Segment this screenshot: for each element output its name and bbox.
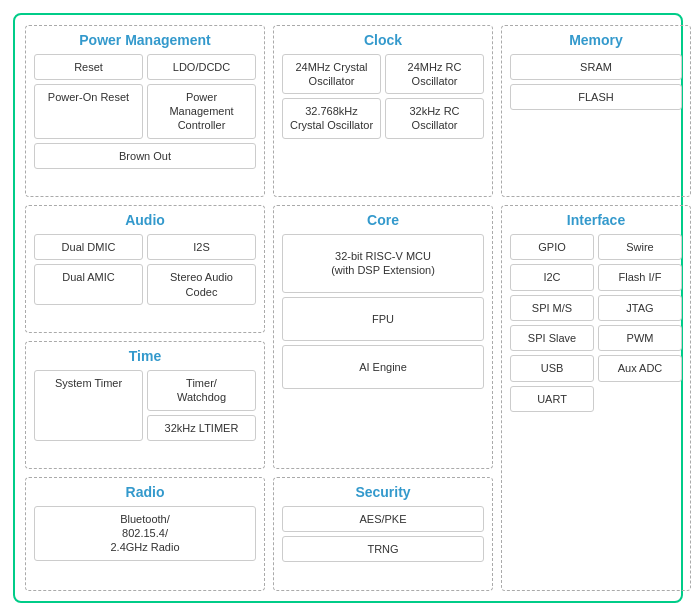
cell-empty-interface bbox=[598, 386, 682, 412]
time-section: Time Timer/Watchdog System Timer 32kHz L… bbox=[25, 341, 265, 469]
cell-sram: SRAM bbox=[510, 54, 682, 80]
clock-section: Clock 24MHz Crystal Oscillator 24MHz RC … bbox=[273, 25, 493, 198]
radio-title: Radio bbox=[34, 484, 256, 500]
cell-fpu: FPU bbox=[282, 297, 484, 341]
power-management-grid: Reset LDO/DCDC Power-On Reset Power Mana… bbox=[34, 54, 256, 169]
cell-reset: Reset bbox=[34, 54, 143, 80]
time-grid: Timer/Watchdog System Timer 32kHz LTIMER bbox=[34, 370, 256, 441]
cell-brown-out: Brown Out bbox=[34, 143, 256, 169]
cell-32khz-crystal: 32.768kHz Crystal Oscillator bbox=[282, 98, 381, 139]
cell-stereo-audio: Stereo Audio Codec bbox=[147, 264, 256, 305]
cell-riscv-mcu: 32-bit RISC-V MCU(with DSP Extension) bbox=[282, 234, 484, 293]
audio-title: Audio bbox=[34, 212, 256, 228]
cell-jtag: JTAG bbox=[598, 295, 682, 321]
cell-i2c: I2C bbox=[510, 264, 594, 290]
cell-24mhz-crystal: 24MHz Crystal Oscillator bbox=[282, 54, 381, 95]
cell-aux-adc: Aux ADC bbox=[598, 355, 682, 381]
clock-grid: 24MHz Crystal Oscillator 24MHz RC Oscill… bbox=[282, 54, 484, 139]
cell-timer-watchdog: Timer/Watchdog bbox=[147, 370, 256, 411]
cell-32khz-rc: 32kHz RC Oscillator bbox=[385, 98, 484, 139]
cell-uart: UART bbox=[510, 386, 594, 412]
memory-section: Memory SRAM FLASH bbox=[501, 25, 691, 198]
cell-i2s: I2S bbox=[147, 234, 256, 260]
core-section: Core 32-bit RISC-V MCU(with DSP Extensio… bbox=[273, 205, 493, 469]
interface-title: Interface bbox=[510, 212, 682, 228]
security-title: Security bbox=[282, 484, 484, 500]
security-section: Security AES/PKE TRNG bbox=[273, 477, 493, 591]
clock-title: Clock bbox=[282, 32, 484, 48]
core-title: Core bbox=[282, 212, 484, 228]
cell-flash-if: Flash I/F bbox=[598, 264, 682, 290]
cell-dual-amic: Dual AMIC bbox=[34, 264, 143, 305]
audio-section: Audio Dual DMIC I2S Dual AMIC Stereo Aud… bbox=[25, 205, 265, 333]
cell-gpio: GPIO bbox=[510, 234, 594, 260]
cell-24mhz-rc: 24MHz RC Oscillator bbox=[385, 54, 484, 95]
cell-flash: FLASH bbox=[510, 84, 682, 110]
core-grid: 32-bit RISC-V MCU(with DSP Extension) FP… bbox=[282, 234, 484, 389]
time-title: Time bbox=[34, 348, 256, 364]
cell-pwm: PWM bbox=[598, 325, 682, 351]
cell-32khz-ltimer: 32kHz LTIMER bbox=[147, 415, 256, 441]
cell-aes-pke: AES/PKE bbox=[282, 506, 484, 532]
security-grid: AES/PKE TRNG bbox=[282, 506, 484, 563]
radio-section: Radio Bluetooth/802.15.4/2.4GHz Radio bbox=[25, 477, 265, 591]
cell-usb: USB bbox=[510, 355, 594, 381]
power-management-section: Power Management Reset LDO/DCDC Power-On… bbox=[25, 25, 265, 198]
chip-diagram: Power Management Reset LDO/DCDC Power-On… bbox=[13, 13, 683, 603]
audio-grid: Dual DMIC I2S Dual AMIC Stereo Audio Cod… bbox=[34, 234, 256, 305]
interface-grid: GPIO Swire I2C Flash I/F SPI M/S JTAG SP… bbox=[510, 234, 682, 412]
cell-ai-engine: AI Engine bbox=[282, 345, 484, 389]
memory-title: Memory bbox=[510, 32, 682, 48]
cell-dual-dmic: Dual DMIC bbox=[34, 234, 143, 260]
cell-swire: Swire bbox=[598, 234, 682, 260]
radio-grid: Bluetooth/802.15.4/2.4GHz Radio bbox=[34, 506, 256, 561]
cell-trng: TRNG bbox=[282, 536, 484, 562]
cell-pmc: Power Management Controller bbox=[147, 84, 256, 139]
cell-power-on-reset: Power-On Reset bbox=[34, 84, 143, 139]
interface-section: Interface GPIO Swire I2C Flash I/F SPI M… bbox=[501, 205, 691, 590]
power-management-title: Power Management bbox=[34, 32, 256, 48]
memory-grid: SRAM FLASH bbox=[510, 54, 682, 111]
cell-spi-ms: SPI M/S bbox=[510, 295, 594, 321]
cell-spi-slave: SPI Slave bbox=[510, 325, 594, 351]
cell-ldo-dcdc: LDO/DCDC bbox=[147, 54, 256, 80]
cell-bluetooth: Bluetooth/802.15.4/2.4GHz Radio bbox=[34, 506, 256, 561]
cell-system-timer: System Timer bbox=[34, 370, 143, 441]
